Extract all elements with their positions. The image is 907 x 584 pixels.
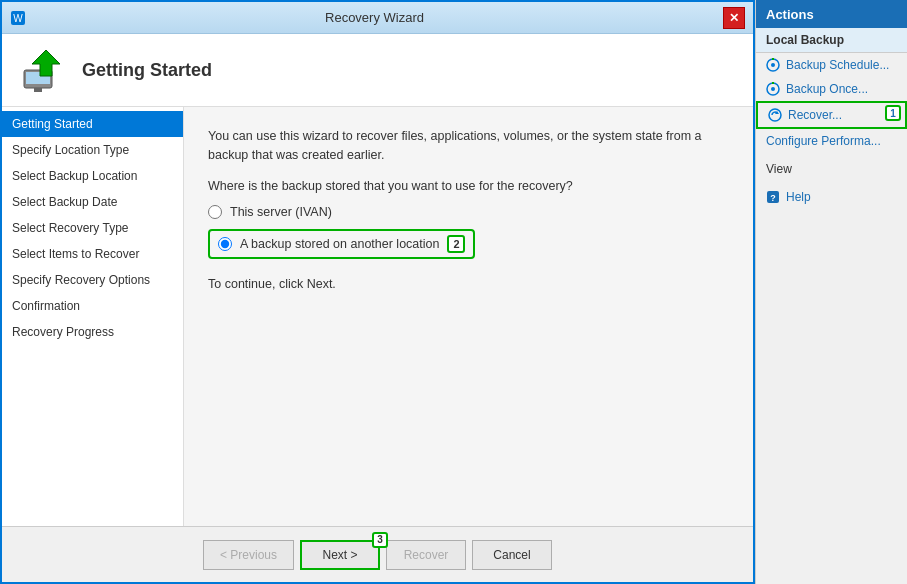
- recover-badge: 1: [885, 105, 901, 121]
- continue-text: To continue, click Next.: [208, 277, 729, 291]
- previous-button[interactable]: < Previous: [203, 540, 294, 570]
- radio-badge: 2: [447, 235, 465, 253]
- action-view[interactable]: View: [756, 157, 907, 181]
- radio-option-another-location[interactable]: A backup stored on another location 2: [208, 229, 729, 259]
- main-content: You can use this wizard to recover files…: [184, 107, 753, 526]
- sidebar-item-location-type[interactable]: Specify Location Type: [2, 137, 183, 163]
- recover-button[interactable]: Recover: [386, 540, 466, 570]
- title-bar-icon: W: [10, 10, 26, 26]
- sidebar-item-recovery-progress[interactable]: Recovery Progress: [2, 319, 183, 345]
- cancel-button[interactable]: Cancel: [472, 540, 552, 570]
- radio-another-location[interactable]: [218, 237, 232, 251]
- help-icon: ?: [766, 190, 780, 204]
- sidebar-item-getting-started[interactable]: Getting Started: [2, 111, 183, 137]
- page-title: Getting Started: [82, 60, 212, 81]
- title-bar: W Recovery Wizard ✕: [2, 2, 753, 34]
- question-text: Where is the backup stored that you want…: [208, 179, 729, 193]
- svg-text:W: W: [13, 13, 23, 24]
- svg-rect-4: [34, 88, 42, 92]
- radio-this-server[interactable]: [208, 205, 222, 219]
- next-button[interactable]: Next > 3: [300, 540, 380, 570]
- action-help[interactable]: ? Help: [756, 185, 907, 209]
- footer: < Previous Next > 3 Recover Cancel: [2, 526, 753, 582]
- action-recover[interactable]: Recover... 1: [756, 101, 907, 129]
- action-backup-once[interactable]: Backup Once...: [756, 77, 907, 101]
- svg-point-7: [771, 63, 775, 67]
- svg-text:?: ?: [770, 193, 776, 203]
- header-area: Getting Started: [2, 34, 753, 107]
- close-button[interactable]: ✕: [723, 7, 745, 29]
- header-icon-container: [18, 46, 66, 94]
- window-title: Recovery Wizard: [26, 10, 723, 25]
- radio-another-location-label: A backup stored on another location: [240, 237, 439, 251]
- svg-point-9: [771, 87, 775, 91]
- app-icon: W: [10, 10, 26, 26]
- sidebar: Getting Started Specify Location Type Se…: [2, 107, 184, 526]
- svg-point-10: [769, 109, 781, 121]
- sidebar-item-backup-date[interactable]: Select Backup Date: [2, 189, 183, 215]
- action-configure[interactable]: Configure Performa...: [756, 129, 907, 153]
- sidebar-item-recovery-options[interactable]: Specify Recovery Options: [2, 267, 183, 293]
- backup-schedule-icon: [766, 58, 780, 72]
- next-badge: 3: [372, 532, 388, 548]
- sidebar-item-backup-location[interactable]: Select Backup Location: [2, 163, 183, 189]
- sidebar-item-items-to-recover[interactable]: Select Items to Recover: [2, 241, 183, 267]
- action-backup-schedule[interactable]: Backup Schedule...: [756, 53, 907, 77]
- intro-text: You can use this wizard to recover files…: [208, 127, 729, 165]
- radio-this-server-label: This server (IVAN): [230, 205, 332, 219]
- sidebar-item-recovery-type[interactable]: Select Recovery Type: [2, 215, 183, 241]
- radio-option-this-server[interactable]: This server (IVAN): [208, 205, 729, 219]
- content-area: Getting Started Specify Location Type Se…: [2, 107, 753, 526]
- actions-section-header: Local Backup: [756, 28, 907, 53]
- actions-panel: Actions Local Backup Backup Schedule... …: [755, 0, 907, 584]
- actions-header: Actions: [756, 0, 907, 28]
- wizard-icon: [18, 46, 66, 94]
- sidebar-item-confirmation[interactable]: Confirmation: [2, 293, 183, 319]
- radio-highlight-another-location: A backup stored on another location 2: [208, 229, 475, 259]
- recover-icon: [768, 108, 782, 122]
- backup-once-icon: [766, 82, 780, 96]
